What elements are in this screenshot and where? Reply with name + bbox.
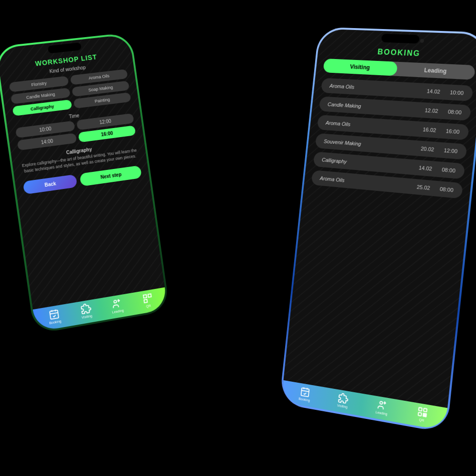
nav-leading-label: Leading: [112, 308, 124, 314]
phone1-border: WORKSHOP LIST Kind of workshop Floristry…: [0, 32, 170, 335]
booking-time-5: 08:00: [439, 186, 454, 193]
svg-rect-4: [143, 295, 147, 298]
tab-leading[interactable]: Leading: [397, 62, 476, 80]
nav2-booking[interactable]: Booking: [298, 386, 311, 402]
nav-visiting[interactable]: Visiting: [80, 303, 93, 319]
svg-rect-24: [425, 414, 426, 415]
phone2-inner: BOOKING Visiting Leading Aroma Oils 14.0…: [281, 29, 476, 431]
booking-list: Aroma Oils 14.02 10:00 Candle Making 12.…: [290, 78, 473, 407]
booking-name-4: Calligraphy: [322, 157, 419, 170]
booking-name-2: Aroma Oils: [326, 120, 423, 132]
phone2-title: BOOKING: [325, 46, 476, 60]
svg-rect-5: [148, 294, 151, 297]
svg-rect-23: [423, 413, 425, 415]
nav2-visiting[interactable]: Visiting: [337, 392, 349, 408]
booking-name-0: Aroma Oils: [329, 83, 427, 94]
leading-icon: [111, 298, 123, 309]
svg-rect-25: [423, 415, 425, 416]
svg-point-2: [114, 300, 117, 303]
svg-rect-20: [418, 407, 422, 411]
booking-name-5: Aroma Oils: [319, 175, 417, 189]
nav2-qr[interactable]: QR: [416, 406, 428, 423]
leading-icon-2: [377, 399, 388, 411]
puzzle-icon-2: [337, 392, 348, 404]
nav-booking-label: Booking: [49, 319, 61, 325]
phone1-screen: WORKSHOP LIST Kind of workshop Floristry…: [0, 45, 165, 310]
booking-date-4: 14.02: [418, 165, 432, 171]
svg-line-17: [301, 390, 308, 392]
phone2: BOOKING Visiting Leading Aroma Oils 14.0…: [279, 27, 476, 434]
booking-time-2: 16:00: [446, 128, 460, 135]
qr-icon-2: [416, 406, 428, 418]
booking-name-1: Candle Making: [327, 101, 425, 113]
phone1-inner: WORKSHOP LIST Kind of workshop Floristry…: [0, 34, 168, 332]
qr-icon: [142, 292, 153, 304]
nav-leading[interactable]: Leading: [110, 298, 124, 314]
booking-time-4: 08:00: [442, 167, 456, 174]
booking-time-1: 08:00: [447, 109, 462, 115]
booking-name-3: Souvenir Making: [324, 139, 421, 151]
svg-rect-21: [424, 408, 427, 412]
scene: WORKSHOP LIST Kind of workshop Floristry…: [0, 0, 476, 476]
tab-visiting[interactable]: Visiting: [323, 59, 397, 76]
nav2-visiting-label: Visiting: [337, 404, 347, 409]
puzzle-icon: [80, 303, 92, 315]
phone2-screen: BOOKING Visiting Leading Aroma Oils 14.0…: [283, 40, 476, 408]
next-button[interactable]: Next step: [79, 165, 142, 186]
booking-date-0: 14.02: [426, 88, 440, 95]
svg-line-19: [383, 403, 386, 403]
svg-rect-16: [301, 388, 309, 397]
camera: [420, 39, 424, 43]
nav-visiting-label: Visiting: [81, 314, 92, 319]
back-button[interactable]: Back: [23, 174, 78, 195]
svg-point-18: [380, 401, 383, 404]
phone2-border: BOOKING Visiting Leading Aroma Oils 14.0…: [279, 27, 476, 434]
booking-date-1: 12.02: [425, 107, 438, 114]
phone1: WORKSHOP LIST Kind of workshop Floristry…: [0, 32, 170, 335]
booking-time-3: 12:00: [444, 148, 458, 154]
booking-time-0: 10:00: [450, 89, 464, 96]
tab-row: Visiting Leading: [323, 59, 475, 80]
booking-date-2: 16.02: [423, 127, 436, 133]
nav-qr[interactable]: QR: [142, 292, 154, 308]
booking-icon-2: [299, 386, 310, 398]
nav2-qr-label: QR: [419, 418, 424, 422]
booking-icon: [48, 308, 60, 320]
svg-rect-6: [144, 299, 147, 303]
svg-rect-22: [418, 412, 421, 416]
svg-rect-26: [425, 415, 426, 416]
nav-qr-label: QR: [146, 304, 151, 308]
svg-line-3: [118, 300, 119, 301]
nav-booking[interactable]: Booking: [47, 308, 61, 325]
svg-rect-0: [50, 310, 59, 319]
nav2-leading[interactable]: Leading: [376, 399, 389, 416]
booking-date-5: 25.02: [416, 184, 430, 191]
svg-line-1: [50, 313, 58, 314]
booking-date-3: 20.02: [420, 146, 434, 152]
